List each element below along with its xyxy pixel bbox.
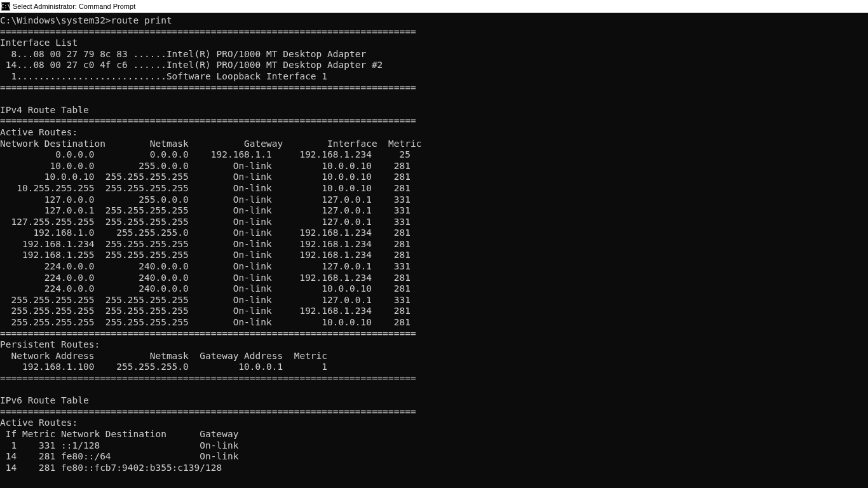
cmd-icon: C:\ xyxy=(1,2,10,11)
terminal-output[interactable]: C:\Windows\system32>route print ========… xyxy=(0,13,868,488)
window-title: Select Administrator: Command Prompt xyxy=(13,3,135,10)
window-titlebar[interactable]: C:\ Select Administrator: Command Prompt xyxy=(0,0,868,13)
